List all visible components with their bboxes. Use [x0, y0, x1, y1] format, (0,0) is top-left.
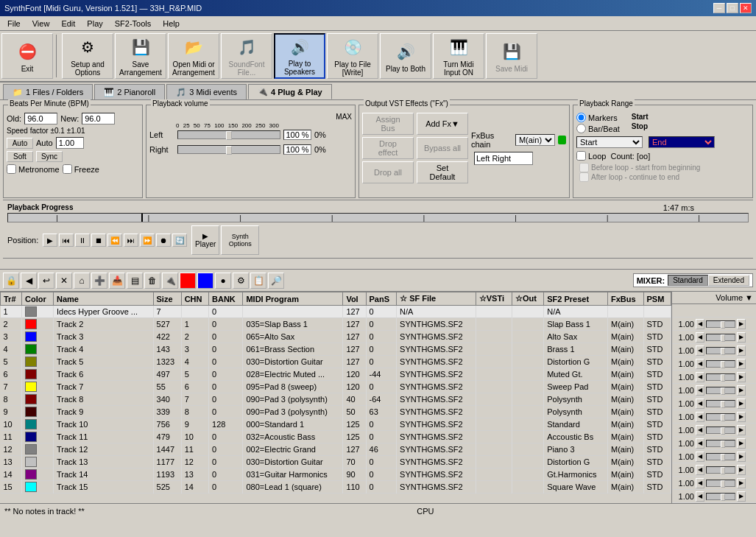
- mixer-vol-slider[interactable]: [706, 427, 735, 434]
- menu-sf2tools[interactable]: SF2-Tools: [110, 18, 156, 29]
- synth-options-button[interactable]: SynthOptions: [221, 225, 259, 255]
- mixer-vol-right[interactable]: ▶: [737, 385, 746, 396]
- mixer-vol-slider[interactable]: [706, 347, 735, 354]
- drop-effect-button[interactable]: Drop effect: [362, 137, 414, 159]
- open-midi-button[interactable]: 📂 Open Midi or Arrangement: [168, 33, 219, 79]
- tab-files[interactable]: 📁 1 Files / Folders: [3, 84, 93, 99]
- table-row[interactable]: 4Track 414330061=Brass Section1270SYNTHG…: [1, 343, 671, 356]
- assign-bus-button[interactable]: Assign Bus: [362, 113, 414, 135]
- tool-redo-btn[interactable]: ✕: [56, 273, 72, 289]
- exit-button[interactable]: ⛔ Exit: [1, 33, 53, 79]
- markers-radio[interactable]: Markers: [576, 113, 618, 122]
- pause-button[interactable]: ⏸: [75, 234, 90, 247]
- record-button[interactable]: ⏺: [156, 234, 171, 247]
- table-row[interactable]: 11Track 11479100032=Acoustic Bass1250SYN…: [1, 431, 671, 443]
- mixer-vol-right[interactable]: ▶: [737, 452, 746, 462]
- mixer-vol-right[interactable]: ▶: [737, 438, 746, 449]
- mixer-vol-left[interactable]: ◀: [696, 372, 704, 382]
- minimize-button[interactable]: ─: [713, 3, 725, 13]
- right-volume-slider[interactable]: [177, 145, 280, 154]
- before-loop-check[interactable]: Before loop - start from beginning: [579, 163, 749, 172]
- bpm-old-input[interactable]: [24, 113, 57, 124]
- menu-view[interactable]: View: [28, 18, 54, 29]
- setup-button[interactable]: ⚙ Setup and Options: [62, 33, 113, 79]
- play-speakers-button[interactable]: 🔊 Play to Speakers: [274, 33, 325, 79]
- table-row[interactable]: 2Track 252710035=Slap Bass 11270SYNTHGMS…: [1, 318, 671, 331]
- metronome-check[interactable]: Metronome: [7, 164, 60, 174]
- table-row[interactable]: 8Track 834070090=Pad 3 (polysynth)40-64S…: [1, 393, 671, 406]
- mixer-vol-right[interactable]: ▶: [737, 412, 746, 422]
- tab-pianoroll[interactable]: 🎹 2 Pianoroll: [94, 84, 165, 99]
- stop-select[interactable]: End: [649, 136, 715, 148]
- fxbus-select[interactable]: M(ain): [515, 134, 555, 146]
- table-row[interactable]: 15Track 15525140080=Lead 1 (square)1100S…: [1, 481, 671, 494]
- mixer-standard-tab[interactable]: Standard: [668, 275, 708, 286]
- drop-all-button[interactable]: Drop all: [362, 161, 414, 183]
- tab-plug-play[interactable]: 🔌 4 Plug & Play: [248, 84, 332, 99]
- barbeat-radio[interactable]: Bar/Beat: [576, 124, 620, 133]
- table-row[interactable]: 13Track 131177120030=Distortion Guitar70…: [1, 456, 671, 468]
- tool-prev-btn[interactable]: ◀: [21, 273, 37, 289]
- mixer-vol-left[interactable]: ◀: [696, 332, 704, 343]
- loop-check[interactable]: Loop: [576, 151, 606, 161]
- tool-list-btn[interactable]: 📋: [250, 273, 266, 289]
- mixer-vol-right[interactable]: ▶: [737, 372, 746, 382]
- freeze-check[interactable]: Freeze: [63, 164, 99, 174]
- tool-dot-btn[interactable]: ●: [215, 273, 231, 289]
- rewind-button[interactable]: ⏪: [107, 234, 122, 247]
- mixer-vol-right[interactable]: ▶: [737, 319, 746, 329]
- prev-button[interactable]: ⏮: [59, 234, 74, 247]
- table-row[interactable]: 1Idecs Hyper Groove ...701270N/AN/A: [1, 306, 671, 318]
- player-button[interactable]: ▶Player: [191, 225, 219, 255]
- mixer-vol-left[interactable]: ◀: [696, 319, 704, 329]
- tool-red-btn[interactable]: [180, 273, 196, 289]
- table-row[interactable]: 6Track 649750028=Electric Muted ...120-4…: [1, 368, 671, 381]
- bpm-auto-btn[interactable]: Auto: [7, 138, 33, 149]
- mixer-vol-right[interactable]: ▶: [737, 425, 746, 435]
- turn-midi-button[interactable]: 🎹 Turn Midi Input ON: [433, 33, 484, 79]
- mixer-vol-right[interactable]: ▶: [737, 491, 746, 502]
- mixer-vol-left[interactable]: ◀: [696, 359, 704, 369]
- table-row[interactable]: 12Track 121447110002=Electric Grand12746…: [1, 443, 671, 456]
- settings-button[interactable]: 🔄: [172, 234, 187, 247]
- set-default-button[interactable]: Set Default: [417, 161, 468, 183]
- tool-plug-btn[interactable]: 🔌: [162, 273, 178, 289]
- table-row[interactable]: 14Track 141193130031=Guitar Harmonics900…: [1, 468, 671, 481]
- mixer-vol-right[interactable]: ▶: [737, 359, 746, 369]
- play-file-button[interactable]: 💿 Play to File [Write]: [327, 33, 378, 79]
- tool-add-btn[interactable]: ➕: [91, 273, 107, 289]
- skip-fwd-button[interactable]: ⏩: [140, 234, 155, 247]
- mixer-vol-left[interactable]: ◀: [696, 465, 704, 475]
- mixer-vol-left[interactable]: ◀: [696, 452, 704, 462]
- mixer-vol-slider[interactable]: [706, 480, 735, 487]
- mixer-vol-left[interactable]: ◀: [696, 438, 704, 449]
- bpm-sync-btn[interactable]: Sync: [36, 151, 63, 162]
- table-row[interactable]: 7Track 75560095=Pad 8 (sweep)1200SYNTHGM…: [1, 381, 671, 393]
- mixer-vol-left[interactable]: ◀: [696, 425, 704, 435]
- mixer-vol-slider[interactable]: [706, 440, 735, 447]
- mixer-vol-right[interactable]: ▶: [737, 465, 746, 475]
- save-arrangement-button[interactable]: 💾 Save Arrangement: [115, 33, 166, 79]
- mixer-vol-slider[interactable]: [706, 413, 735, 421]
- mixer-vol-right[interactable]: ▶: [737, 399, 746, 409]
- start-select[interactable]: Start: [576, 136, 643, 148]
- mixer-vol-slider[interactable]: [706, 373, 735, 381]
- table-row[interactable]: 9Track 933980090=Pad 3 (polysynth)5063SY…: [1, 406, 671, 418]
- mixer-vol-slider[interactable]: [706, 334, 735, 341]
- tool-lock-btn[interactable]: 🔒: [3, 273, 19, 289]
- tool-trash-btn[interactable]: 🗑: [144, 273, 160, 289]
- tool-search-btn[interactable]: 🔎: [268, 273, 284, 289]
- table-row[interactable]: 3Track 342220065=Alto Sax1270SYNTHGMS.SF…: [1, 331, 671, 343]
- tool-home-btn[interactable]: ⌂: [74, 273, 90, 289]
- table-row[interactable]: 5Track 5132340030=Distortion Guitar1270S…: [1, 356, 671, 368]
- menu-file[interactable]: File: [3, 18, 25, 29]
- mixer-vol-left[interactable]: ◀: [696, 491, 704, 502]
- mixer-vol-left[interactable]: ◀: [696, 385, 704, 396]
- menu-help[interactable]: Help: [158, 18, 184, 29]
- tool-gear-btn[interactable]: ⚙: [233, 273, 249, 289]
- mixer-vol-left[interactable]: ◀: [696, 345, 704, 356]
- left-volume-slider[interactable]: [177, 130, 280, 139]
- mixer-vol-slider[interactable]: [706, 320, 735, 328]
- add-fx-button[interactable]: Add Fx▼: [417, 113, 468, 135]
- mixer-vol-slider[interactable]: [706, 453, 735, 460]
